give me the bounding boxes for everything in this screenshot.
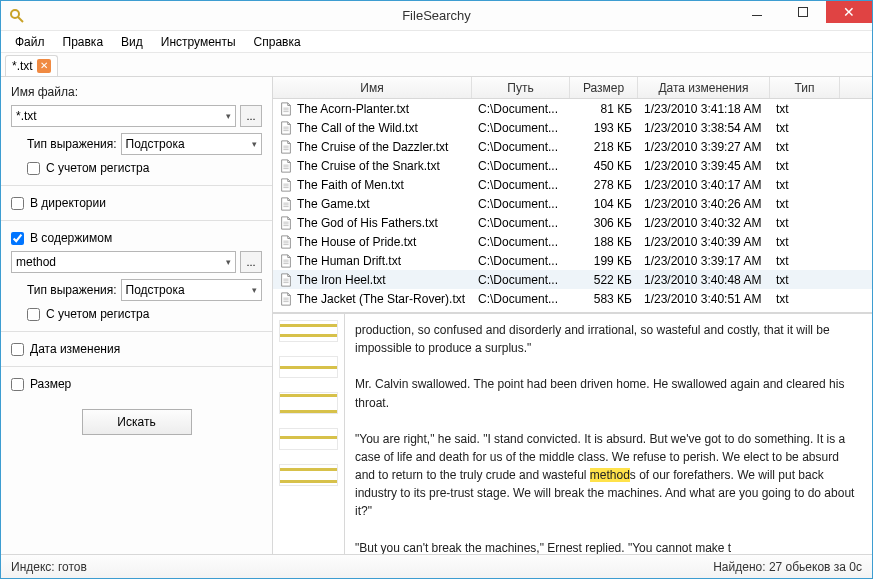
results-header: Имя Путь Размер Дата изменения Тип xyxy=(273,77,872,99)
svg-line-1 xyxy=(18,17,23,22)
tab-close-icon[interactable]: ✕ xyxy=(37,59,51,73)
maximize-button[interactable] xyxy=(780,1,826,23)
col-name[interactable]: Имя xyxy=(273,77,472,98)
size-checkbox[interactable]: Размер xyxy=(11,377,262,391)
filename-label: Имя файла: xyxy=(11,85,262,99)
statusbar: Индекс: готов Найдено: 27 обьеков за 0с xyxy=(1,554,872,578)
table-row[interactable]: The Game.txtC:\Document...104 КБ1/23/201… xyxy=(273,194,872,213)
minimize-button[interactable] xyxy=(734,1,780,23)
table-row[interactable]: The Cruise of the Dazzler.txtC:\Document… xyxy=(273,137,872,156)
minimap[interactable] xyxy=(273,314,345,554)
svg-point-0 xyxy=(11,10,19,18)
table-row[interactable]: The Human Drift.txtC:\Document...199 КБ1… xyxy=(273,251,872,270)
filename-input[interactable]: *.txt▾ xyxy=(11,105,236,127)
casesens2-checkbox[interactable]: С учетом регистра xyxy=(11,307,262,321)
exprtype-label: Тип выражения: xyxy=(27,137,117,151)
file-icon xyxy=(279,292,293,306)
menu-view[interactable]: Вид xyxy=(113,33,151,51)
status-result: Найдено: 27 обьеков за 0с xyxy=(713,560,862,574)
table-row[interactable]: The God of His Fathers.txtC:\Document...… xyxy=(273,213,872,232)
search-tab[interactable]: *.txt ✕ xyxy=(5,55,58,76)
col-path[interactable]: Путь xyxy=(472,77,570,98)
exprtype-select[interactable]: Подстрока▾ xyxy=(121,133,262,155)
chevron-down-icon: ▾ xyxy=(252,139,257,149)
menubar: Файл Правка Вид Инструменты Справка xyxy=(1,31,872,53)
exprtype2-label: Тип выражения: xyxy=(27,283,117,297)
menu-tools[interactable]: Инструменты xyxy=(153,33,244,51)
content-options-button[interactable]: ... xyxy=(240,251,262,273)
highlight: method xyxy=(590,468,630,482)
preview-text[interactable]: production, so confused and disorderly a… xyxy=(345,314,872,554)
file-icon xyxy=(279,178,293,192)
file-icon xyxy=(279,121,293,135)
content-input[interactable]: method▾ xyxy=(11,251,236,273)
tab-label: *.txt xyxy=(12,59,33,73)
col-size[interactable]: Размер xyxy=(570,77,638,98)
table-row[interactable]: The Jacket (The Star-Rover).txtC:\Docume… xyxy=(273,289,872,308)
datemod-checkbox[interactable]: Дата изменения xyxy=(11,342,262,356)
tabstrip: *.txt ✕ xyxy=(1,53,872,77)
table-row[interactable]: The Acorn-Planter.txtC:\Document...81 КБ… xyxy=(273,99,872,118)
filename-browse-button[interactable]: ... xyxy=(240,105,262,127)
chevron-down-icon: ▾ xyxy=(226,257,231,267)
results-list[interactable]: The Acorn-Planter.txtC:\Document...81 КБ… xyxy=(273,99,872,313)
file-icon xyxy=(279,273,293,287)
casesens-checkbox[interactable]: С учетом регистра xyxy=(11,161,262,175)
titlebar: FileSearchy ✕ xyxy=(1,1,872,31)
menu-edit[interactable]: Правка xyxy=(55,33,112,51)
menu-file[interactable]: Файл xyxy=(7,33,53,51)
window-title: FileSearchy xyxy=(402,8,471,23)
menu-help[interactable]: Справка xyxy=(246,33,309,51)
incontent-checkbox[interactable]: В содержимом xyxy=(11,231,262,245)
file-icon xyxy=(279,197,293,211)
status-index: Индекс: готов xyxy=(11,560,87,574)
search-button[interactable]: Искать xyxy=(82,409,192,435)
table-row[interactable]: The Cruise of the Snark.txtC:\Document..… xyxy=(273,156,872,175)
col-date[interactable]: Дата изменения xyxy=(638,77,770,98)
file-icon xyxy=(279,140,293,154)
close-button[interactable]: ✕ xyxy=(826,1,872,23)
table-row[interactable]: The Iron Heel.txtC:\Document...522 КБ1/2… xyxy=(273,270,872,289)
chevron-down-icon: ▾ xyxy=(252,285,257,295)
table-row[interactable]: The Faith of Men.txtC:\Document...278 КБ… xyxy=(273,175,872,194)
indir-checkbox[interactable]: В директории xyxy=(11,196,262,210)
table-row[interactable]: The Call of the Wild.txtC:\Document...19… xyxy=(273,118,872,137)
table-row[interactable]: The House of Pride.txtC:\Document...188 … xyxy=(273,232,872,251)
chevron-down-icon: ▾ xyxy=(226,111,231,121)
file-icon xyxy=(279,235,293,249)
file-icon xyxy=(279,102,293,116)
file-icon xyxy=(279,254,293,268)
exprtype2-select[interactable]: Подстрока▾ xyxy=(121,279,262,301)
app-icon xyxy=(9,8,25,24)
file-icon xyxy=(279,159,293,173)
col-type[interactable]: Тип xyxy=(770,77,840,98)
file-icon xyxy=(279,216,293,230)
search-panel: Имя файла: *.txt▾ ... Тип выражения: Под… xyxy=(1,77,273,554)
